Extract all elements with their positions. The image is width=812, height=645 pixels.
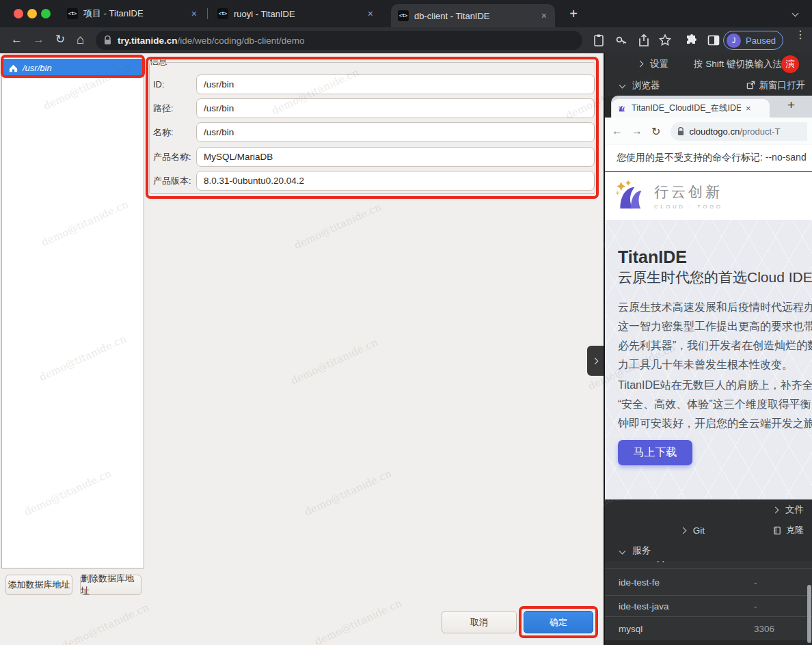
paragraph-line: 力工具几十年未曾发生根本性改变。 (618, 358, 812, 372)
brand-header: 行云创新 CLOUD · TOGO (605, 172, 812, 220)
back-icon[interactable]: ← (11, 33, 23, 46)
chevron-right-icon (772, 506, 779, 513)
reload-icon[interactable]: ↻ (55, 33, 65, 46)
panel-divider[interactable] (604, 53, 605, 645)
field-label-name: 名称: (153, 122, 194, 142)
extensions-puzzle-icon[interactable] (685, 33, 699, 47)
add-database-button[interactable]: 添加数据库地址 (5, 575, 72, 595)
key-icon[interactable] (614, 33, 628, 47)
service-name: ide-test-java (619, 601, 669, 612)
forward-icon[interactable]: → (33, 33, 44, 46)
share-icon[interactable] (637, 33, 651, 47)
chevron-right-icon (591, 357, 598, 364)
url-path: /ide/web/coding/db-client/demo (178, 36, 305, 46)
paragraph-line: 必先利其器”，我们开发者在创造灿烂的数字 (618, 339, 812, 353)
db-client-page: /usr/bin 信息 ID: /usr/bin 路径: /usr/bin 名称… (0, 53, 604, 645)
brand-subtitle: CLOUD · TOGO (654, 204, 722, 210)
database-list-item-usr-bin[interactable]: /usr/bin (3, 59, 143, 77)
database-item-label: /usr/bin (23, 63, 52, 73)
services-list: ide-test-app-v1 - ide-test-fe - ide-test… (605, 561, 812, 640)
embedded-browser: TitanIDE_CloudIDE_在线IDE_ × + ← → ↻ cloud… (605, 96, 812, 499)
tab-close-icon[interactable]: × (190, 8, 198, 19)
address-bar[interactable]: try.titanide.cn/ide/web/coding/db-client… (96, 31, 582, 50)
window-zoom-button[interactable] (41, 9, 51, 18)
git-clone-label: 克隆 (786, 524, 804, 536)
field-input-id[interactable]: /usr/bin (196, 74, 595, 94)
embedded-toolbar: ← → ↻ cloudtogo.cn/product-T (605, 118, 812, 145)
browser-menu-icon[interactable]: ⋮ (795, 31, 800, 38)
field-input-path[interactable]: /usr/bin (196, 98, 595, 118)
service-row[interactable]: mysql 3306 (605, 617, 812, 640)
tab-ruoyi[interactable]: <t> ruoyi - TitanIDE × (211, 0, 381, 27)
demo-badge: 演 (781, 55, 799, 73)
window-close-button[interactable] (14, 9, 23, 18)
cloudtogo-logo-icon (613, 178, 649, 214)
tab-project[interactable]: <t> 项目 - TitanIDE × (60, 0, 205, 27)
embedded-tab-strip: TitanIDE_CloudIDE_在线IDE_ × + (611, 96, 812, 118)
browser-window: <t> 项目 - TitanIDE × <t> ruoyi - TitanIDE… (0, 0, 812, 645)
services-section-header[interactable]: 服务 (605, 540, 812, 561)
home-icon (9, 64, 18, 72)
service-name: ide-test-app-v1 (619, 561, 680, 562)
service-row[interactable]: ide-test-fe - (605, 569, 812, 596)
open-external-icon (746, 81, 755, 90)
panel-scrollbar[interactable] (807, 585, 811, 643)
download-now-button[interactable]: 马上下载 (618, 440, 692, 465)
embedded-reload-icon[interactable]: ↻ (651, 125, 660, 138)
chevron-down-icon (619, 82, 626, 89)
avatar: J (727, 33, 741, 48)
files-section-header[interactable]: 文件 (605, 499, 812, 520)
confirm-button[interactable]: 确定 (524, 611, 593, 633)
service-row[interactable]: ide-test-java - (605, 596, 812, 617)
bookmark-star-icon[interactable] (658, 33, 672, 47)
tab-title: 项目 - TitanIDE (83, 8, 144, 20)
new-tab-button[interactable]: + (565, 5, 582, 23)
embedded-address-bar[interactable]: cloudtogo.cn/product-T (671, 122, 807, 141)
titanide-favicon: <t> (67, 8, 78, 19)
embedded-tab-cloudtogo[interactable]: TitanIDE_CloudIDE_在线IDE_ × (612, 99, 770, 118)
database-list[interactable]: /usr/bin (1, 57, 144, 568)
remove-database-button[interactable]: 删除数据库地址 (80, 575, 141, 595)
service-port: 3306 (754, 624, 774, 634)
tab-close-icon[interactable]: × (366, 8, 375, 19)
clipboard-icon[interactable] (592, 33, 606, 47)
field-label-product-version: 产品版本: (153, 171, 194, 191)
field-label-path: 路径: (153, 98, 194, 118)
side-panel-icon[interactable] (707, 33, 720, 47)
service-port: - (754, 577, 757, 588)
brand-name: 行云创新 (654, 182, 722, 202)
browser-section-header[interactable]: 浏览器 新窗口打开 (605, 74, 812, 96)
field-input-product-version[interactable]: 8.0.31-0ubuntu0.20.04.2 (196, 171, 595, 191)
profile-paused-pill[interactable]: J Paused (723, 31, 783, 50)
git-clone-button[interactable]: 克隆 (773, 524, 804, 536)
page-title: TitanIDE (618, 247, 687, 267)
embedded-back-icon[interactable]: ← (612, 125, 623, 137)
tab-db-client-active[interactable]: <t> db-client - TitanIDE × (391, 4, 555, 27)
field-input-product-name[interactable]: MySQL/MariaDB (196, 147, 595, 167)
service-name: mysql (619, 624, 642, 634)
chevron-right-icon (637, 61, 644, 68)
files-label: 文件 (785, 504, 804, 516)
open-new-window-button[interactable]: 新窗口打开 (746, 79, 806, 92)
git-section-header[interactable]: Git 克隆 (605, 520, 812, 540)
paragraph-line: 钟即可安装好，开启您的全云端开发之旅！ (618, 417, 812, 431)
paragraph-line: 云原生技术高速发展和后疫情时代远程办公等 (618, 301, 812, 315)
window-minimize-button[interactable] (27, 9, 37, 18)
tab-title: db-client - TitanIDE (414, 11, 490, 21)
service-row[interactable]: ide-test-app-v1 - (605, 561, 812, 569)
tab-close-icon[interactable]: × (540, 10, 548, 21)
lock-icon (104, 36, 111, 45)
clone-icon (773, 526, 782, 535)
embedded-tab-close-icon[interactable]: × (746, 103, 751, 113)
tab-search-chevron-icon[interactable] (792, 10, 799, 17)
cancel-button[interactable]: 取消 (442, 611, 517, 633)
settings-label: 设置 (650, 58, 668, 70)
field-input-name[interactable]: /usr/bin (196, 122, 595, 142)
panel-expand-handle[interactable] (587, 346, 604, 376)
home-icon[interactable]: ⌂ (77, 33, 84, 46)
paragraph-line: 这一智力密集型工作提出更高的要求也带来了 (618, 320, 812, 334)
embedded-forward-icon[interactable]: → (632, 125, 642, 137)
embedded-url-path: /product-T (740, 126, 780, 137)
embedded-new-tab-button[interactable]: + (787, 98, 795, 113)
tab-strip: <t> 项目 - TitanIDE × <t> ruoyi - TitanIDE… (0, 0, 812, 27)
